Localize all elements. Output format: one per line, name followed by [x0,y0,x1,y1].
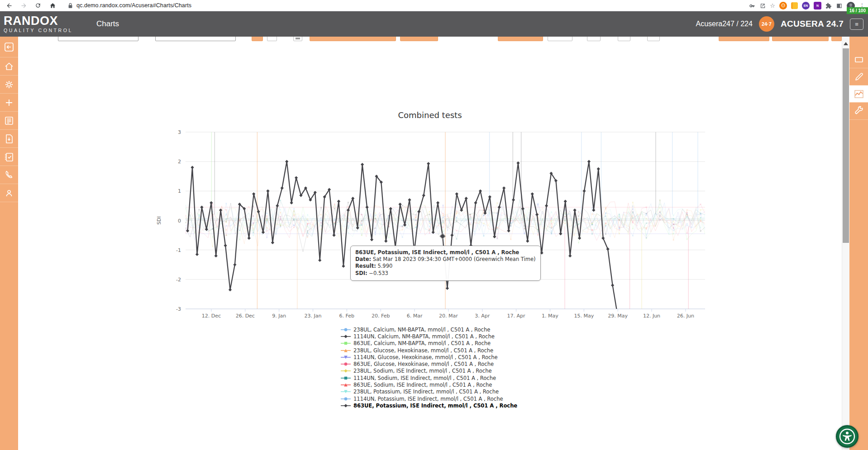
right-sidebar-item-panel[interactable] [849,51,868,68]
right-sidebar-item-charts[interactable] [849,85,868,103]
randox-logo-subtext: QUALITY CONTROL [4,28,73,33]
toolbar-fragment-4[interactable] [293,37,302,41]
bookmark-star-icon[interactable]: ☆ [770,2,775,9]
legend-marker-icon [340,403,351,408]
legend-item-3[interactable]: 238UL, Glucose, Hexokinase, mmol/l , C50… [340,347,517,354]
svg-text:23. Jan: 23. Jan [305,313,322,319]
svg-text:3. Apr: 3. Apr [475,313,490,319]
legend-item-label: 863UE, Potassium, ISE Indirect, mmol/l ,… [353,403,517,409]
randox-logo[interactable]: RANDOX QUALITY CONTROL [4,15,73,33]
vertical-scrollbar[interactable] [842,37,849,450]
rectangle-icon [854,54,864,65]
sidebar-item-reports[interactable] [0,112,18,130]
address-bar[interactable]: qc.demo.randox.com/Acusera#Charts/Charts [68,2,191,9]
url-text[interactable]: qc.demo.randox.com/Acusera#Charts/Charts [76,2,191,9]
hamburger-menu-button[interactable]: ≡ [850,19,863,30]
chart-plot-area[interactable]: -3-2-10123SDI12. Dec26. Dec9. Jan23. Jan… [136,104,724,323]
toolbar-fragment-13[interactable] [772,37,829,41]
svg-text:9. Jan: 9. Jan [272,313,286,319]
toolbar-fragment-8[interactable] [548,37,572,41]
toolbar-fragment-0[interactable] [58,37,138,41]
legend-item-label: 863UE, Calcium, NM-BAPTA, mmol/l , C501 … [353,340,491,346]
legend-marker-icon [340,361,351,367]
sidebar-item-tasks[interactable] [0,148,18,166]
toolbar-fragment-3[interactable] [267,37,277,41]
tooltip-date-label: Date: [355,256,371,262]
toolbar-fragment-1[interactable] [155,37,236,41]
toolbar-fragment-7[interactable] [498,37,543,41]
right-sidebar-item-edit[interactable] [849,68,868,85]
legend-item-2[interactable]: 863UE, Calcium, NM-BAPTA, mmol/l , C501 … [340,340,517,347]
legend-marker-icon [340,382,351,388]
legend-item-4[interactable]: 1114UN, Glucose, Hexokinase, mmol/l , C5… [340,354,517,360]
tooltip-sdi-value: −0.533 [367,270,388,276]
file-download-icon [4,133,14,144]
svg-text:0: 0 [178,218,181,224]
toolbar-fragment-2[interactable] [252,37,263,41]
page-title: Charts [96,19,119,28]
chart-tooltip: 863UE, Potassium, ISE Indirect, mmol/l ,… [350,246,541,281]
onenote-extension-icon[interactable]: N [814,2,821,9]
tooltip-date-value: Sat Mar 18 2023 09:34:30 GMT+0000 (Green… [371,256,535,262]
browser-toolbar: qc.demo.randox.com/Acusera#Charts/Charts… [0,0,868,11]
sidebar-item-back[interactable] [0,37,18,57]
legend-marker-icon [340,389,351,394]
toolbar-fragment-12[interactable] [719,37,769,41]
scrollbar-thumb[interactable] [843,48,849,243]
acusera-247-badge: 24·7 [759,16,774,32]
sidebar-item-contact[interactable] [0,166,18,184]
chart-legend: 238UL, Calcium, NM-BAPTA, mmol/l , C501 … [340,326,517,409]
browser-home-icon[interactable] [47,1,58,10]
svg-text:12. Dec: 12. Dec [202,313,221,319]
legend-item-8[interactable]: 863UE, Sodium, ISE Indirect, mmol/l , C5… [340,381,517,388]
toolbar-fragment-9[interactable] [587,37,601,41]
share-icon[interactable] [759,3,766,9]
accessibility-person-icon [839,428,855,445]
extensions-puzzle-icon[interactable] [825,3,832,9]
side-panel-icon[interactable] [836,3,843,9]
toolbar-fragment-14[interactable] [831,37,842,41]
toolbar-fragment-10[interactable] [618,37,630,41]
svg-text:12. Jun: 12. Jun [643,313,660,319]
sidebar-item-settings[interactable] [0,76,18,94]
toolbar-fragment-5[interactable] [310,37,396,41]
svg-text:29. May: 29. May [608,313,628,319]
legend-item-5[interactable]: 863UE, Glucose, Hexokinase, mmol/l , C50… [340,360,517,367]
tooltip-date: Date: Sat Mar 18 2023 09:34:30 GMT+0000 … [355,256,536,263]
scroll-up-arrow-icon[interactable] [844,42,848,45]
legend-item-11[interactable]: 863UE, Potassium, ISE Indirect, mmol/l ,… [340,402,517,409]
legend-item-label: 238UL, Calcium, NM-BAPTA, mmol/l , C501 … [353,327,490,333]
browser-reload-icon[interactable] [33,1,43,10]
password-key-icon[interactable] [749,3,755,9]
accessibility-widget-button[interactable] [836,425,858,448]
legend-item-9[interactable]: 238UL, Potassium, ISE Indirect, mmol/l ,… [340,388,517,395]
bot-extension-icon[interactable] [779,2,787,9]
pencil-icon [854,71,864,82]
sidebar-item-profile[interactable] [0,184,18,202]
legend-item-label: 863UE, Glucose, Hexokinase, mmol/l , C50… [353,361,494,367]
legend-item-6[interactable]: 238UL, Sodium, ISE Indirect, mmol/l , C5… [340,368,517,374]
sidebar-item-home[interactable] [0,57,18,76]
sidebar-item-add[interactable] [0,94,18,112]
yellow-extension-icon[interactable] [791,2,798,9]
legend-marker-icon [340,327,351,332]
legend-item-7[interactable]: 1114UN, Sodium, ISE Indirect, mmol/l , C… [340,374,517,381]
en-extension-icon[interactable]: EN [802,2,810,9]
person-icon [4,188,14,199]
svg-text:6. Feb: 6. Feb [339,313,354,319]
toolbar-fragment-11[interactable] [647,37,660,41]
legend-item-0[interactable]: 238UL, Calcium, NM-BAPTA, mmol/l , C501 … [340,326,517,333]
right-sidebar-item-tools[interactable] [849,103,868,120]
legend-item-1[interactable]: 1114UN, Calcium, NM-BAPTA, mmol/l , C501… [340,333,517,340]
browser-back-icon[interactable] [4,1,14,10]
legend-item-10[interactable]: 1114UN, Potassium, ISE Indirect, mmol/l … [340,395,517,402]
browser-forward-icon[interactable] [18,1,29,10]
gear-icon [4,79,14,90]
clipped-toolbar [18,37,842,42]
toolbar-fragment-6[interactable] [400,37,438,41]
svg-text:26. Dec: 26. Dec [236,313,255,319]
product-name: ACUSERA 24.7 [781,19,844,29]
combined-tests-chart: Combined tests -3-2-10123SDI12. Dec26. D… [136,104,724,323]
svg-text:20. Mar: 20. Mar [439,313,458,319]
sidebar-item-downloads[interactable] [0,130,18,148]
